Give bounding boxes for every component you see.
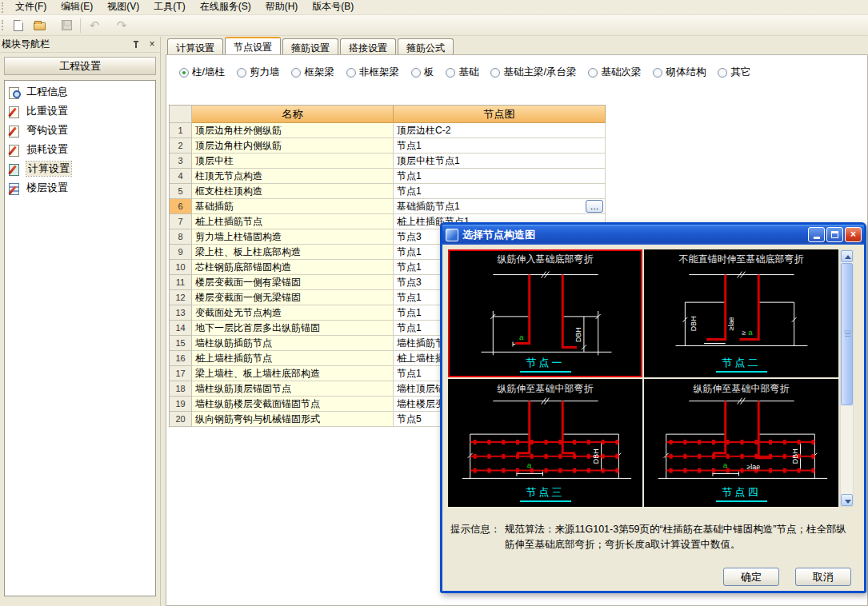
row-name-cell[interactable]: 地下一层比首层多出纵筋锚固 bbox=[192, 321, 394, 336]
row-number-cell[interactable]: 6 bbox=[170, 199, 192, 214]
node-panel-label[interactable]: 节点三 bbox=[520, 485, 571, 502]
tab-node-settings[interactable]: 节点设置 bbox=[225, 37, 281, 54]
row-name-cell[interactable]: 梁上墙柱、板上墙柱底部构造 bbox=[192, 366, 394, 381]
row-node-cell[interactable]: 顶层中柱节点1 … bbox=[394, 153, 606, 169]
radio-slab[interactable]: 板 bbox=[411, 66, 434, 79]
node-panel-label[interactable]: 节点四 bbox=[716, 485, 767, 502]
minimize-button[interactable] bbox=[808, 227, 825, 242]
table-row[interactable]: 4 柱顶无节点构造 节点1 … bbox=[170, 169, 606, 184]
row-name-cell[interactable]: 桩上柱插筋节点 bbox=[192, 214, 394, 229]
pin-icon[interactable] bbox=[132, 40, 141, 49]
table-row[interactable]: 2 顶层边角柱内侧纵筋 节点1 … bbox=[170, 138, 606, 153]
radio-nonframe-beam[interactable]: 非框架梁 bbox=[346, 66, 399, 79]
row-number-cell[interactable]: 19 bbox=[170, 397, 192, 412]
node-panel-2[interactable]: 不能直锚时伸至基础底部弯折 DBH ≥lae bbox=[644, 249, 838, 377]
row-node-cell[interactable]: 节点1 … bbox=[394, 169, 606, 184]
row-name-cell[interactable]: 顶层边角柱外侧纵筋 bbox=[192, 123, 394, 138]
row-name-cell[interactable]: 柱顶无节点构造 bbox=[192, 169, 394, 184]
sidebar-item-calc-settings[interactable]: 计算设置 bbox=[5, 159, 155, 178]
row-name-cell[interactable]: 剪力墙上柱锚固构造 bbox=[192, 229, 394, 245]
redo-button[interactable]: ↷ bbox=[112, 17, 131, 34]
tab-calc-settings[interactable]: 计算设置 bbox=[167, 38, 223, 54]
radio-column-wallcolumn[interactable]: 柱/墙柱 bbox=[179, 66, 225, 79]
row-name-cell[interactable]: 梁上柱、板上柱底部构造 bbox=[192, 245, 394, 260]
row-node-cell[interactable]: 节点1 … bbox=[394, 138, 606, 153]
row-number-cell[interactable]: 7 bbox=[170, 214, 192, 229]
cancel-button[interactable]: 取消 bbox=[795, 568, 851, 586]
header-node-diagram[interactable]: 节点图 bbox=[394, 106, 606, 123]
ok-button[interactable]: 确定 bbox=[723, 568, 779, 586]
row-number-cell[interactable]: 4 bbox=[170, 169, 192, 184]
menu-tools[interactable]: 工具(T) bbox=[146, 0, 192, 15]
row-name-cell[interactable]: 基础插筋 bbox=[192, 199, 394, 214]
row-number-cell[interactable]: 2 bbox=[170, 138, 192, 153]
row-name-cell[interactable]: 芯柱钢筋底部锚固构造 bbox=[192, 260, 394, 275]
menu-view[interactable]: 视图(V) bbox=[100, 0, 146, 15]
menu-edit[interactable]: 编辑(E) bbox=[54, 0, 100, 15]
node-panel-1[interactable]: 纵筋伸入基础底部弯折 DBH bbox=[448, 249, 642, 377]
row-number-cell[interactable]: 17 bbox=[170, 366, 192, 381]
radio-foundation[interactable]: 基础 bbox=[446, 66, 478, 79]
row-number-cell[interactable]: 10 bbox=[170, 260, 192, 275]
row-number-cell[interactable]: 1 bbox=[170, 123, 192, 138]
row-name-cell[interactable]: 楼层变截面一侧无梁锚固 bbox=[192, 290, 394, 305]
row-node-cell[interactable]: 基础插筋节点1 … bbox=[394, 199, 606, 214]
row-number-cell[interactable]: 15 bbox=[170, 336, 192, 351]
table-row[interactable]: 3 顶层中柱 顶层中柱节点1 … bbox=[170, 153, 606, 169]
scrollbar-thumb[interactable] bbox=[841, 263, 853, 405]
row-name-cell[interactable]: 墙柱纵筋插筋节点 bbox=[192, 336, 394, 351]
radio-foundation-secondary-beam[interactable]: 基础次梁 bbox=[588, 66, 641, 79]
new-document-button[interactable] bbox=[9, 17, 28, 34]
tab-stirrup-settings[interactable]: 箍筋设置 bbox=[282, 38, 338, 54]
scroll-down-icon[interactable] bbox=[841, 494, 853, 506]
radio-shear-wall[interactable]: 剪力墙 bbox=[237, 66, 280, 79]
table-row[interactable]: 5 框支柱柱顶构造 节点1 … bbox=[170, 184, 606, 199]
table-row[interactable]: 6 基础插筋 基础插筋节点1 … bbox=[170, 199, 606, 214]
radio-frame-beam[interactable]: 框架梁 bbox=[291, 66, 334, 79]
tab-stirrup-formula[interactable]: 箍筋公式 bbox=[398, 38, 454, 54]
radio-masonry[interactable]: 砌体结构 bbox=[653, 66, 706, 79]
row-number-cell[interactable]: 14 bbox=[170, 321, 192, 336]
ellipsis-button[interactable]: … bbox=[586, 200, 603, 213]
row-name-cell[interactable]: 变截面处无节点构造 bbox=[192, 305, 394, 321]
row-number-cell[interactable]: 11 bbox=[170, 275, 192, 290]
maximize-button[interactable] bbox=[826, 227, 843, 242]
row-number-cell[interactable]: 8 bbox=[170, 229, 192, 245]
row-node-cell[interactable]: 节点1 … bbox=[394, 184, 606, 199]
dialog-titlebar[interactable]: 选择节点构造图 × bbox=[442, 225, 864, 245]
menu-file[interactable]: 文件(F) bbox=[8, 0, 54, 15]
row-node-cell[interactable]: 顶层边柱C-2 … bbox=[394, 123, 606, 138]
row-number-cell[interactable]: 18 bbox=[170, 381, 192, 397]
row-name-cell[interactable]: 框支柱柱顶构造 bbox=[192, 184, 394, 199]
sidebar-item-floor-settings[interactable]: 楼层设置 bbox=[5, 178, 155, 197]
scroll-up-icon[interactable] bbox=[841, 250, 853, 262]
radio-foundation-main-beam[interactable]: 基础主梁/承台梁 bbox=[490, 66, 576, 79]
row-number-cell[interactable]: 20 bbox=[170, 412, 192, 427]
sidebar-item-ratio-settings[interactable]: 比重设置 bbox=[5, 102, 155, 121]
row-number-cell[interactable]: 16 bbox=[170, 351, 192, 366]
row-number-cell[interactable]: 5 bbox=[170, 184, 192, 199]
project-settings-header[interactable]: 工程设置 bbox=[4, 57, 156, 75]
save-button[interactable] bbox=[57, 17, 76, 34]
tab-lap-settings[interactable]: 搭接设置 bbox=[340, 38, 396, 54]
node-panel-label[interactable]: 节点一 bbox=[520, 356, 571, 373]
undo-button[interactable]: ↶ bbox=[85, 17, 104, 34]
row-number-cell[interactable]: 9 bbox=[170, 245, 192, 260]
sidebar-item-project-info[interactable]: 工程信息 bbox=[5, 82, 155, 102]
row-name-cell[interactable]: 桩上墙柱插筋节点 bbox=[192, 351, 394, 366]
row-number-cell[interactable]: 13 bbox=[170, 305, 192, 321]
row-number-cell[interactable]: 3 bbox=[170, 153, 192, 169]
row-number-cell[interactable]: 12 bbox=[170, 290, 192, 305]
sidebar-item-hook-settings[interactable]: 弯钩设置 bbox=[5, 121, 155, 140]
sidebar-close-icon[interactable]: × bbox=[146, 39, 158, 50]
node-panel-4[interactable]: 纵筋伸至基础中部弯折 bbox=[644, 379, 838, 507]
open-button[interactable] bbox=[30, 17, 49, 34]
header-name[interactable]: 名称 bbox=[192, 106, 394, 123]
close-button[interactable]: × bbox=[845, 227, 862, 242]
dialog-scrollbar[interactable] bbox=[840, 249, 854, 507]
menu-help[interactable]: 帮助(H) bbox=[258, 0, 306, 15]
row-name-cell[interactable]: 墙柱纵筋顶层锚固节点 bbox=[192, 381, 394, 397]
radio-other[interactable]: 其它 bbox=[718, 66, 750, 79]
node-panel-label[interactable]: 节点二 bbox=[716, 356, 767, 373]
row-name-cell[interactable]: 顶层中柱 bbox=[192, 153, 394, 169]
